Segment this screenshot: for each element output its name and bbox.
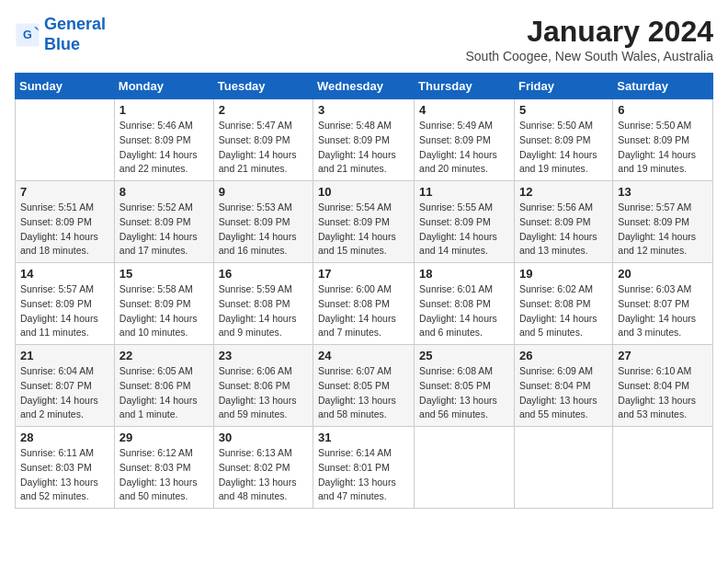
calendar-cell: 30Sunrise: 6:13 AM Sunset: 8:02 PM Dayli…: [213, 427, 313, 509]
calendar-table: SundayMondayTuesdayWednesdayThursdayFrid…: [15, 73, 713, 509]
weekday-header: Sunday: [16, 74, 115, 99]
day-number: 12: [519, 185, 608, 199]
page-header: G General Blue January 2024 South Coogee…: [15, 15, 713, 63]
day-number: 3: [318, 103, 409, 117]
calendar-cell: 23Sunrise: 6:06 AM Sunset: 8:06 PM Dayli…: [213, 345, 313, 427]
day-number: 27: [618, 349, 708, 362]
weekday-header: Monday: [114, 74, 213, 99]
day-number: 28: [20, 431, 109, 444]
location-subtitle: South Coogee, New South Wales, Australia: [465, 49, 713, 63]
day-detail: Sunrise: 5:47 AM Sunset: 8:09 PM Dayligh…: [219, 119, 308, 177]
calendar-cell: 6Sunrise: 5:50 AM Sunset: 8:09 PM Daylig…: [613, 99, 713, 181]
calendar-cell: 24Sunrise: 6:07 AM Sunset: 8:05 PM Dayli…: [313, 345, 415, 427]
calendar-week-row: 7Sunrise: 5:51 AM Sunset: 8:09 PM Daylig…: [16, 181, 713, 263]
day-detail: Sunrise: 6:07 AM Sunset: 8:05 PM Dayligh…: [318, 364, 409, 422]
calendar-cell: 10Sunrise: 5:54 AM Sunset: 8:09 PM Dayli…: [313, 181, 415, 263]
day-number: 5: [519, 103, 608, 117]
calendar-cell: 18Sunrise: 6:01 AM Sunset: 8:08 PM Dayli…: [415, 263, 515, 345]
calendar-cell: 19Sunrise: 6:02 AM Sunset: 8:08 PM Dayli…: [514, 263, 612, 345]
calendar-cell: 11Sunrise: 5:55 AM Sunset: 8:09 PM Dayli…: [415, 181, 515, 263]
weekday-header: Wednesday: [313, 74, 415, 99]
calendar-cell: 31Sunrise: 6:14 AM Sunset: 8:01 PM Dayli…: [313, 427, 415, 509]
day-number: 26: [519, 349, 608, 362]
calendar-cell: 20Sunrise: 6:03 AM Sunset: 8:07 PM Dayli…: [613, 263, 713, 345]
day-detail: Sunrise: 5:51 AM Sunset: 8:09 PM Dayligh…: [20, 201, 109, 259]
day-number: 7: [20, 185, 109, 199]
calendar-cell: 5Sunrise: 5:50 AM Sunset: 8:09 PM Daylig…: [514, 99, 612, 181]
calendar-week-row: 14Sunrise: 5:57 AM Sunset: 8:09 PM Dayli…: [16, 263, 713, 345]
day-number: 11: [419, 185, 509, 199]
day-detail: Sunrise: 6:04 AM Sunset: 8:07 PM Dayligh…: [20, 364, 109, 422]
day-detail: Sunrise: 6:12 AM Sunset: 8:03 PM Dayligh…: [119, 446, 209, 504]
day-number: 16: [219, 267, 308, 281]
day-number: 22: [119, 349, 209, 362]
calendar-week-row: 21Sunrise: 6:04 AM Sunset: 8:07 PM Dayli…: [16, 345, 713, 427]
calendar-cell: 17Sunrise: 6:00 AM Sunset: 8:08 PM Dayli…: [313, 263, 415, 345]
calendar-cell: 29Sunrise: 6:12 AM Sunset: 8:03 PM Dayli…: [114, 427, 213, 509]
day-detail: Sunrise: 6:06 AM Sunset: 8:06 PM Dayligh…: [219, 364, 308, 422]
day-number: 6: [618, 103, 708, 117]
weekday-header: Saturday: [613, 74, 713, 99]
day-number: 21: [20, 349, 109, 362]
calendar-cell: 14Sunrise: 5:57 AM Sunset: 8:09 PM Dayli…: [16, 263, 115, 345]
calendar-cell: 22Sunrise: 6:05 AM Sunset: 8:06 PM Dayli…: [114, 345, 213, 427]
day-number: 31: [318, 431, 409, 444]
day-detail: Sunrise: 5:54 AM Sunset: 8:09 PM Dayligh…: [318, 201, 409, 259]
calendar-cell: 8Sunrise: 5:52 AM Sunset: 8:09 PM Daylig…: [114, 181, 213, 263]
calendar-cell: 16Sunrise: 5:59 AM Sunset: 8:08 PM Dayli…: [213, 263, 313, 345]
calendar-cell: 1Sunrise: 5:46 AM Sunset: 8:09 PM Daylig…: [114, 99, 213, 181]
calendar-cell: [16, 99, 115, 181]
day-detail: Sunrise: 5:55 AM Sunset: 8:09 PM Dayligh…: [419, 201, 509, 259]
day-detail: Sunrise: 5:50 AM Sunset: 8:09 PM Dayligh…: [618, 119, 708, 177]
logo-icon: G: [15, 22, 40, 48]
day-detail: Sunrise: 5:48 AM Sunset: 8:09 PM Dayligh…: [318, 119, 409, 177]
day-detail: Sunrise: 6:14 AM Sunset: 8:01 PM Dayligh…: [318, 446, 409, 504]
logo-line1: General: [44, 15, 106, 33]
day-detail: Sunrise: 5:53 AM Sunset: 8:09 PM Dayligh…: [219, 201, 308, 259]
calendar-week-row: 1Sunrise: 5:46 AM Sunset: 8:09 PM Daylig…: [16, 99, 713, 181]
day-number: 10: [318, 185, 409, 199]
weekday-header-row: SundayMondayTuesdayWednesdayThursdayFrid…: [16, 74, 713, 99]
day-number: 29: [119, 431, 209, 444]
calendar-cell: 21Sunrise: 6:04 AM Sunset: 8:07 PM Dayli…: [16, 345, 115, 427]
day-detail: Sunrise: 5:57 AM Sunset: 8:09 PM Dayligh…: [618, 201, 708, 259]
day-number: 8: [119, 185, 209, 199]
weekday-header: Thursday: [415, 74, 515, 99]
logo-line2: Blue: [44, 35, 80, 53]
day-number: 1: [119, 103, 209, 117]
day-detail: Sunrise: 5:46 AM Sunset: 8:09 PM Dayligh…: [119, 119, 209, 177]
day-detail: Sunrise: 6:11 AM Sunset: 8:03 PM Dayligh…: [20, 446, 109, 504]
day-detail: Sunrise: 6:01 AM Sunset: 8:08 PM Dayligh…: [419, 282, 509, 340]
calendar-week-row: 28Sunrise: 6:11 AM Sunset: 8:03 PM Dayli…: [16, 427, 713, 509]
day-number: 30: [219, 431, 308, 444]
day-number: 24: [318, 349, 409, 362]
day-number: 25: [419, 349, 509, 362]
calendar-cell: 28Sunrise: 6:11 AM Sunset: 8:03 PM Dayli…: [16, 427, 115, 509]
title-block: January 2024 South Coogee, New South Wal…: [465, 15, 713, 63]
calendar-cell: 27Sunrise: 6:10 AM Sunset: 8:04 PM Dayli…: [613, 345, 713, 427]
day-number: 13: [618, 185, 708, 199]
month-title: January 2024: [465, 15, 713, 49]
calendar-cell: 26Sunrise: 6:09 AM Sunset: 8:04 PM Dayli…: [514, 345, 612, 427]
calendar-cell: 12Sunrise: 5:56 AM Sunset: 8:09 PM Dayli…: [514, 181, 612, 263]
calendar-cell: 9Sunrise: 5:53 AM Sunset: 8:09 PM Daylig…: [213, 181, 313, 263]
calendar-cell: [415, 427, 515, 509]
logo: G General Blue: [15, 15, 106, 54]
day-number: 15: [119, 267, 209, 281]
calendar-cell: [514, 427, 612, 509]
day-detail: Sunrise: 5:49 AM Sunset: 8:09 PM Dayligh…: [419, 119, 509, 177]
calendar-cell: 4Sunrise: 5:49 AM Sunset: 8:09 PM Daylig…: [415, 99, 515, 181]
day-detail: Sunrise: 5:56 AM Sunset: 8:09 PM Dayligh…: [519, 201, 608, 259]
weekday-header: Tuesday: [213, 74, 313, 99]
svg-text:G: G: [23, 29, 32, 41]
weekday-header: Friday: [514, 74, 612, 99]
day-number: 4: [419, 103, 509, 117]
calendar-cell: 13Sunrise: 5:57 AM Sunset: 8:09 PM Dayli…: [613, 181, 713, 263]
day-detail: Sunrise: 6:02 AM Sunset: 8:08 PM Dayligh…: [519, 282, 608, 340]
day-number: 14: [20, 267, 109, 281]
day-number: 20: [618, 267, 708, 281]
calendar-cell: [613, 427, 713, 509]
day-number: 17: [318, 267, 409, 281]
day-detail: Sunrise: 5:57 AM Sunset: 8:09 PM Dayligh…: [20, 282, 109, 340]
day-number: 19: [519, 267, 608, 281]
